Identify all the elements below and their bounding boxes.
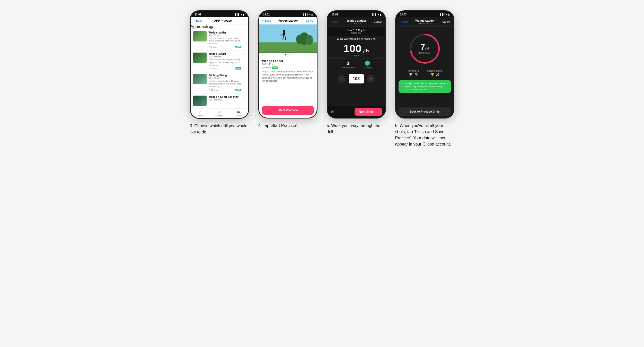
phone-6-screen: < Back Wedge Ladder 06 Mar 2023 Cancel (396, 17, 454, 118)
nav-title-4: Wedge Ladder (278, 19, 298, 22)
nav-menu-3[interactable]: ≡ (244, 19, 245, 22)
tab-home-3[interactable]: ⌂ Home (191, 110, 210, 117)
phone-4-section: 13:02 ▌▌▌ ▾ ▮ < Back Wedge Ladder Cancel (258, 10, 317, 129)
tab-activities-label-3: Activities (215, 115, 224, 117)
trash-icon-5[interactable]: 🗑 (331, 110, 334, 114)
shot-info-5: Shot 1, 100 yds Score 5/9 (347, 29, 366, 34)
shot-value-input[interactable]: 103 (349, 74, 364, 83)
increment-btn[interactable]: + (367, 75, 375, 83)
phone-5-screen: < Back Wedge Ladder 06 Mar 2023 Cancel ←… (328, 17, 385, 118)
prev-shot-arrow[interactable]: ← (331, 30, 335, 34)
back-to-drills-btn[interactable]: Back to Practice Drills (399, 107, 451, 116)
star-icon-4[interactable]: ☆ (311, 59, 314, 62)
prev-pb-val: 🏆 -/9 (407, 73, 420, 77)
toast-close-btn[interactable]: × (446, 82, 448, 86)
drill-desc-0: Play 1 shot at each target yardage. If y… (209, 37, 241, 45)
phone-3-screen: < Back APP Practice ≡ Approach 7 Wedge L… (191, 17, 248, 118)
svg-point-5 (283, 32, 285, 35)
cancel-btn-6[interactable]: Cancel (442, 20, 450, 23)
wifi-icon-3: ▾ (241, 13, 242, 16)
star-icon-3[interactable]: ☆ (243, 96, 246, 98)
shots-label-1: ◷ 9 shots (209, 67, 218, 70)
star-icon-0[interactable]: ☆ (243, 31, 246, 34)
back-btn-5[interactable]: < Back (331, 20, 339, 23)
app-badge-1: APP (235, 67, 241, 70)
drill-info-0: Wedge Ladder 50–100 yds Play 1 shot at e… (209, 31, 241, 48)
last-pb-col: Last month PB 🏆 -/9 (427, 70, 443, 77)
star-icon-1[interactable]: ☆ (243, 53, 246, 55)
carry-instruction: Enter carry distance for each shot (328, 36, 385, 41)
time-4: 13:02 (263, 13, 270, 16)
cancel-btn-5[interactable]: Cancel (374, 20, 382, 23)
clock-icon-0: ◷ (209, 46, 210, 48)
clock-icon-4: ◷ (262, 66, 264, 69)
diff-col: 3 Difference (yds) (341, 61, 355, 69)
caption-5: 5. Work your way through the drill. (327, 123, 386, 135)
drill-name-4: Wedge Ladder (262, 59, 283, 63)
diff-num: 3 (341, 61, 355, 66)
next-shot-arrow[interactable]: → (378, 30, 382, 34)
back-btn-3[interactable]: < Back (194, 19, 202, 22)
phone-3-notch (212, 11, 227, 15)
tab-home-label-3: Home (197, 115, 203, 117)
score-label-5: Score 5/9 (347, 32, 366, 34)
back-btn-4[interactable]: < Back (262, 19, 271, 22)
prev-pb-number: -/9 (413, 73, 418, 77)
next-shot-btn[interactable]: Next Shot → (355, 108, 382, 116)
battery-icon-4: ▮ (311, 13, 313, 16)
next-shot-label: Next Shot (359, 110, 373, 114)
svg-point-3 (305, 35, 313, 45)
caption-4: 4. Tap 'Start Practice'. (258, 123, 298, 129)
phone-5-section: 13:03 ▌▌▌ ▾ ▮ < Back Wedge Ladder 06 Mar… (327, 10, 386, 135)
dot-2-4 (287, 54, 288, 55)
hit-target-icon: ✓ (365, 61, 370, 66)
score-num-6: 7 (420, 43, 425, 51)
phone-4-notch (280, 11, 296, 15)
battery-icon-5: ▮ (380, 13, 381, 16)
drill-yds-0: 50–100 yds (209, 34, 241, 37)
phone-4-frame: 13:02 ▌▌▌ ▾ ▮ < Back Wedge Ladder Cancel (258, 10, 317, 119)
tab-activities-3[interactable]: ⚡ Activities (210, 110, 229, 117)
tab-capture-label-3: Capture (235, 115, 242, 117)
prev-pb-col: Previous PB 🏆 -/9 (407, 70, 420, 77)
back-btn-6[interactable]: < Back (399, 20, 408, 23)
cancel-btn-4[interactable]: Cancel (305, 19, 313, 22)
drill-item-3[interactable]: Wedge & Short Iron Play 100–140 yds ☆ (191, 94, 248, 108)
shots-4: ◷ 9 shots (262, 66, 271, 69)
app-badge-0: APP (235, 46, 241, 48)
drill-item-2[interactable]: Pitching String 55–100 yds Hit 1 shot at… (191, 72, 248, 93)
signal-icon-4: ▌▌▌ (303, 13, 308, 16)
phone-6-section: 13:03 ▌▌▌ ▾ ▮ < Back Wedge Ladder 06 Mar… (395, 10, 454, 147)
diff-label: Difference (yds) (341, 66, 355, 69)
decrement-btn[interactable]: − (338, 75, 346, 83)
drill-item-1[interactable]: Wedge Ladder 100–140 yds Play 1 shot at … (191, 50, 248, 72)
drill-item-0[interactable]: Wedge Ladder 50–100 yds Play 1 shot at e… (191, 29, 248, 50)
nav-bar-6: < Back Wedge Ladder 06 Mar 2023 Cancel (396, 17, 454, 27)
hit-target-label: Hit Target (363, 66, 372, 69)
nav-sub-5: 06 Mar 2023 (347, 22, 366, 24)
wifi-icon-6: ▾ (446, 13, 447, 16)
drill-yds-3: 100–140 yds (209, 98, 241, 101)
phone-6-notch (417, 11, 433, 15)
start-practice-btn[interactable]: Start Practice (262, 106, 314, 115)
signal-icon-3: ▌▌▌ (235, 13, 240, 16)
phone-3-frame: 13:02 ▌▌▌ ▾ ▮ < Back APP Practice ≡ Appr… (190, 10, 249, 119)
status-icons-3: ▌▌▌ ▾ ▮ (235, 13, 244, 16)
nav-title-block-6: Wedge Ladder 06 Mar 2023 (415, 19, 435, 24)
pb-row-6: Previous PB 🏆 -/9 Last month PB 🏆 -/9 (396, 68, 454, 79)
next-arrow-icon: → (375, 110, 378, 114)
target-block: 100 yds (328, 41, 385, 54)
check-icon-toast: ✓ (401, 82, 404, 86)
tab-bar-3: ⌂ Home ⚡ Activities ⊕ Capture (191, 108, 248, 118)
activities-icon-3: ⚡ (217, 110, 222, 114)
shots-row-4: ◷ 9 shots APP (262, 66, 314, 69)
nav-bar-4: < Back Wedge Ladder Cancel (259, 17, 317, 24)
battery-icon-3: ▮ (243, 13, 244, 16)
phones-row: 13:02 ▌▌▌ ▾ ▮ < Back APP Practice ≡ Appr… (190, 10, 454, 147)
shot-nav-5: ← Shot 1, 100 yds Score 5/9 → (328, 27, 385, 36)
hero-svg-4 (259, 24, 317, 53)
star-icon-2[interactable]: ☆ (243, 74, 246, 77)
tab-capture-3[interactable]: ⊕ Capture (229, 110, 248, 117)
time-6: 13:03 (400, 13, 407, 16)
dots-indicator-4 (259, 53, 317, 57)
